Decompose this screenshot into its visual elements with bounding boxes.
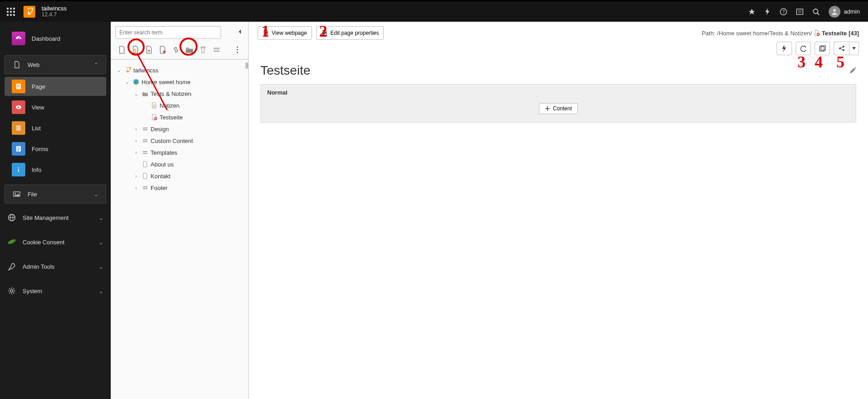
tree-node[interactable]: Notizen: [111, 100, 248, 111]
dashboard-icon: [12, 32, 25, 45]
svg-line-44: [14, 293, 14, 294]
more-actions-icon[interactable]: [231, 43, 244, 56]
collapse-tree-icon[interactable]: [235, 26, 245, 37]
breadcrumb-path: /Home sweet home/Tests & Notizen/: [717, 30, 812, 37]
clear-cache-button[interactable]: [777, 42, 792, 55]
tree-toggle-icon[interactable]: ›: [132, 174, 140, 179]
module-cookie-consent[interactable]: Cookie Consent ⌄: [0, 230, 111, 254]
tree-node-label: Tests & Notizen: [151, 90, 191, 97]
svg-rect-11: [797, 9, 803, 14]
svg-rect-5: [13, 11, 15, 13]
module-forms-label: Forms: [32, 146, 99, 152]
divider-page-icon: [142, 125, 149, 133]
tree-node[interactable]: › Kontakt: [111, 170, 248, 182]
help-icon[interactable]: ?: [780, 8, 787, 15]
scrollbar-indicator[interactable]: [245, 62, 248, 69]
new-page-delete-icon[interactable]: [156, 43, 169, 56]
tree-node[interactable]: ⌄ Tests & Notizen: [111, 88, 248, 100]
module-dashboard-label: Dashboard: [32, 35, 99, 42]
tree-node-label: Design: [151, 126, 169, 133]
tree-toggle-icon[interactable]: ›: [132, 185, 140, 190]
svg-point-38: [10, 290, 13, 292]
tree-node-label: Custom Content: [151, 138, 193, 144]
module-site-management[interactable]: Site Management ⌄: [0, 205, 111, 230]
avatar-icon: [829, 6, 840, 18]
bookmark-icon[interactable]: [748, 8, 755, 15]
share-button[interactable]: [834, 42, 849, 55]
refresh-button[interactable]: [796, 42, 811, 55]
module-forms[interactable]: Forms: [5, 139, 106, 158]
module-view-label: View: [32, 104, 99, 111]
search-icon[interactable]: [812, 8, 820, 15]
chevron-down-icon: ⌄: [99, 239, 104, 246]
trash-icon[interactable]: [197, 43, 209, 56]
link-icon[interactable]: [170, 43, 182, 56]
tree-toggle-icon[interactable]: ›: [132, 150, 140, 155]
edit-title-icon[interactable]: [849, 67, 856, 74]
tree-toggle-icon[interactable]: ⌄: [132, 91, 140, 96]
tree-toggle-icon[interactable]: ⌄: [115, 68, 123, 73]
tree-toggle-icon[interactable]: ›: [132, 127, 140, 132]
svg-point-74: [843, 49, 844, 51]
tree-node[interactable]: › Templates: [111, 147, 248, 158]
tree-node-root[interactable]: ⌄ tailwincss: [111, 64, 248, 76]
tree-node-label: About us: [151, 161, 174, 168]
forms-module-icon: [12, 142, 25, 156]
new-page-user-icon[interactable]: [129, 43, 142, 56]
tree-node[interactable]: › Footer: [111, 182, 248, 194]
cache-flash-icon[interactable]: [764, 8, 771, 15]
user-menu[interactable]: admin: [829, 6, 860, 18]
tree-node[interactable]: › Custom Content: [111, 135, 248, 147]
module-menu: Dashboard Web ⌃ Page View List Form: [0, 22, 111, 399]
apps-menu-icon[interactable]: [0, 1, 22, 22]
chevron-down-icon: ⌄: [99, 288, 104, 294]
topbar: tailwincss 12.4.7 ? admin: [0, 1, 868, 22]
tree-node[interactable]: Testseite: [111, 111, 248, 123]
tree-node-label: Footer: [151, 185, 168, 191]
divider-new-icon[interactable]: [210, 43, 223, 56]
open-new-window-button[interactable]: [815, 42, 830, 55]
svg-point-34: [15, 193, 16, 195]
module-view[interactable]: View: [5, 98, 106, 117]
page-tree-search-input[interactable]: [115, 26, 221, 39]
page-module-icon: [12, 80, 25, 93]
module-group-file-label: File: [28, 191, 87, 198]
module-system[interactable]: System ⌄: [0, 279, 111, 303]
svg-line-15: [817, 13, 819, 15]
svg-point-14: [813, 9, 818, 14]
tree-node[interactable]: ⌄ Home sweet home: [111, 76, 248, 88]
chevron-down-icon: ⌄: [99, 214, 104, 221]
module-group-file[interactable]: File ⌄: [5, 185, 106, 204]
svg-line-43: [9, 288, 10, 289]
chevron-down-icon: ⌄: [99, 263, 104, 270]
svg-point-53: [237, 47, 238, 48]
typo3-logo-icon[interactable]: [24, 6, 35, 18]
tree-toggle-icon[interactable]: ›: [132, 138, 140, 143]
user-name: admin: [844, 8, 860, 15]
tree-node[interactable]: About us: [111, 158, 248, 170]
view-webpage-button[interactable]: View webpage: [258, 26, 312, 40]
new-page-arrow-icon[interactable]: [142, 43, 155, 56]
svg-rect-31: [18, 167, 19, 168]
external-link-icon: [263, 30, 269, 36]
breadcrumb-page-uid: [43]: [849, 30, 859, 37]
module-page[interactable]: Page: [5, 77, 106, 96]
svg-rect-3: [7, 11, 9, 13]
version: 12.4.7: [42, 12, 67, 18]
module-admin-tools[interactable]: Admin Tools ⌄: [0, 254, 111, 279]
tree-node[interactable]: › Design: [111, 123, 248, 135]
list-icon[interactable]: [796, 8, 803, 15]
folder-icon[interactable]: [183, 43, 196, 56]
edit-page-properties-button[interactable]: Edit page properties: [316, 26, 384, 40]
content-column-label: Normal: [261, 85, 856, 100]
tree-toggle-icon[interactable]: ⌄: [123, 80, 131, 85]
module-system-label: System: [23, 288, 92, 294]
add-content-button[interactable]: Content: [539, 103, 578, 114]
page-title: Testseite: [260, 63, 311, 78]
share-dropdown-button[interactable]: [849, 42, 859, 55]
module-info[interactable]: Info: [5, 160, 106, 179]
module-list[interactable]: List: [5, 119, 106, 138]
module-dashboard[interactable]: Dashboard: [5, 26, 106, 51]
new-page-icon[interactable]: [115, 43, 128, 56]
module-group-web[interactable]: Web ⌃: [5, 55, 106, 74]
